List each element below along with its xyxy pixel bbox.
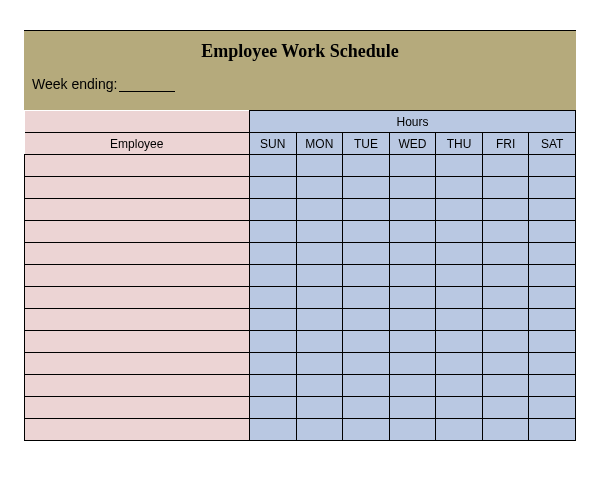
hours-cell[interactable] [389,375,436,397]
hours-cell[interactable] [343,353,390,375]
hours-cell[interactable] [529,177,576,199]
hours-cell[interactable] [529,265,576,287]
hours-cell[interactable] [389,419,436,441]
hours-cell[interactable] [343,309,390,331]
hours-cell[interactable] [296,309,343,331]
employee-cell[interactable] [25,177,250,199]
hours-cell[interactable] [482,375,529,397]
hours-cell[interactable] [250,199,297,221]
hours-cell[interactable] [436,419,483,441]
hours-cell[interactable] [343,287,390,309]
hours-cell[interactable] [482,331,529,353]
hours-cell[interactable] [250,287,297,309]
hours-cell[interactable] [436,155,483,177]
hours-cell[interactable] [343,331,390,353]
hours-cell[interactable] [529,287,576,309]
hours-cell[interactable] [389,353,436,375]
hours-cell[interactable] [389,309,436,331]
hours-cell[interactable] [482,265,529,287]
hours-cell[interactable] [529,309,576,331]
hours-cell[interactable] [250,309,297,331]
hours-cell[interactable] [296,155,343,177]
week-ending-input[interactable] [119,80,175,92]
hours-cell[interactable] [389,243,436,265]
hours-cell[interactable] [529,331,576,353]
employee-cell[interactable] [25,199,250,221]
hours-cell[interactable] [389,331,436,353]
hours-cell[interactable] [343,243,390,265]
hours-cell[interactable] [250,375,297,397]
hours-cell[interactable] [529,353,576,375]
employee-cell[interactable] [25,309,250,331]
employee-cell[interactable] [25,397,250,419]
hours-cell[interactable] [250,177,297,199]
hours-cell[interactable] [436,331,483,353]
hours-cell[interactable] [482,177,529,199]
employee-cell[interactable] [25,287,250,309]
hours-cell[interactable] [250,397,297,419]
hours-cell[interactable] [436,265,483,287]
hours-cell[interactable] [296,353,343,375]
hours-cell[interactable] [296,221,343,243]
hours-cell[interactable] [343,155,390,177]
hours-cell[interactable] [529,221,576,243]
hours-cell[interactable] [529,155,576,177]
hours-cell[interactable] [250,353,297,375]
hours-cell[interactable] [436,397,483,419]
hours-cell[interactable] [343,265,390,287]
hours-cell[interactable] [296,375,343,397]
hours-cell[interactable] [529,419,576,441]
hours-cell[interactable] [296,287,343,309]
employee-cell[interactable] [25,155,250,177]
hours-cell[interactable] [250,221,297,243]
hours-cell[interactable] [389,397,436,419]
hours-cell[interactable] [482,419,529,441]
hours-cell[interactable] [389,177,436,199]
hours-cell[interactable] [343,221,390,243]
hours-cell[interactable] [343,177,390,199]
hours-cell[interactable] [529,375,576,397]
employee-cell[interactable] [25,375,250,397]
hours-cell[interactable] [482,309,529,331]
employee-cell[interactable] [25,243,250,265]
hours-cell[interactable] [389,265,436,287]
hours-cell[interactable] [296,265,343,287]
hours-cell[interactable] [529,397,576,419]
employee-cell[interactable] [25,419,250,441]
hours-cell[interactable] [436,375,483,397]
hours-cell[interactable] [389,155,436,177]
hours-cell[interactable] [250,265,297,287]
hours-cell[interactable] [482,287,529,309]
hours-cell[interactable] [296,419,343,441]
hours-cell[interactable] [436,221,483,243]
hours-cell[interactable] [343,397,390,419]
hours-cell[interactable] [389,199,436,221]
hours-cell[interactable] [296,331,343,353]
hours-cell[interactable] [436,287,483,309]
hours-cell[interactable] [343,419,390,441]
hours-cell[interactable] [296,199,343,221]
hours-cell[interactable] [250,155,297,177]
hours-cell[interactable] [296,177,343,199]
employee-cell[interactable] [25,331,250,353]
hours-cell[interactable] [482,353,529,375]
hours-cell[interactable] [436,243,483,265]
hours-cell[interactable] [482,243,529,265]
employee-cell[interactable] [25,221,250,243]
employee-cell[interactable] [25,353,250,375]
hours-cell[interactable] [482,397,529,419]
hours-cell[interactable] [529,243,576,265]
hours-cell[interactable] [436,199,483,221]
hours-cell[interactable] [436,353,483,375]
hours-cell[interactable] [343,199,390,221]
hours-cell[interactable] [436,309,483,331]
hours-cell[interactable] [250,419,297,441]
hours-cell[interactable] [250,243,297,265]
employee-cell[interactable] [25,265,250,287]
hours-cell[interactable] [482,221,529,243]
hours-cell[interactable] [250,331,297,353]
hours-cell[interactable] [389,287,436,309]
hours-cell[interactable] [296,397,343,419]
hours-cell[interactable] [343,375,390,397]
hours-cell[interactable] [482,199,529,221]
